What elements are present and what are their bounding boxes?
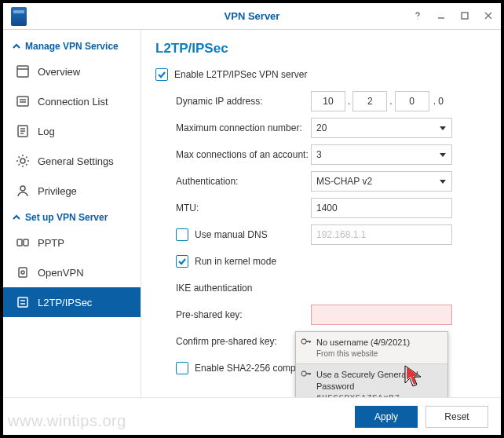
svg-rect-2 [462, 13, 468, 19]
svg-rect-5 [17, 66, 28, 77]
svg-marker-25 [440, 180, 446, 184]
autofill-item-sub: From this website [316, 349, 441, 360]
enable-checkbox[interactable] [155, 68, 168, 81]
autofill-saved-login[interactable]: No username (4/9/2021) From this website [296, 332, 447, 363]
password-autofill-popup: No username (4/9/2021) From this website… [295, 331, 448, 397]
autofill-item-title: No username (4/9/2021) [316, 337, 441, 349]
svg-rect-18 [19, 268, 27, 277]
l2tp-icon [16, 295, 30, 309]
dynamic-ip-octet3[interactable] [395, 91, 429, 111]
connection-list-icon [16, 94, 30, 108]
key-icon [301, 369, 312, 377]
manual-dns-label: Use manual DNS [195, 229, 311, 240]
max-acc-select[interactable]: 3 [311, 144, 452, 165]
page-title: L2TP/IPSec [155, 41, 485, 57]
mtu-input[interactable] [311, 198, 452, 218]
sidebar-item-label: OpenVPN [38, 267, 84, 279]
svg-point-19 [21, 271, 24, 274]
max-acc-value: 3 [316, 149, 322, 160]
auth-select[interactable]: MS-CHAP v2 [311, 171, 452, 192]
mtu-label: MTU: [176, 203, 311, 214]
titlebar: VPN Server [3, 3, 501, 30]
enable-label: Enable L2TP/IPSec VPN server [174, 69, 307, 80]
chevron-up-icon [13, 214, 20, 221]
sidebar-group-setup[interactable]: Set up VPN Server [3, 206, 141, 228]
openvpn-icon [16, 265, 30, 279]
sidebar: Manage VPN Service Overview Connection L… [3, 30, 141, 397]
reset-button[interactable]: Reset [425, 406, 488, 428]
svg-rect-16 [17, 239, 22, 246]
sidebar-item-label: Overview [38, 66, 80, 78]
minimize-button[interactable] [433, 8, 449, 24]
footer: Apply Reset [3, 397, 501, 435]
manual-dns-checkbox[interactable] [176, 228, 188, 241]
manual-dns-input [311, 224, 452, 245]
autofill-item-title: Use a Securely Generated Password [316, 369, 441, 392]
log-icon [16, 124, 30, 138]
svg-rect-17 [24, 239, 28, 246]
svg-rect-31 [309, 373, 310, 375]
chevron-down-icon [439, 177, 447, 185]
apply-button[interactable]: Apply [355, 406, 418, 428]
kernel-mode-label: Run in kernel mode [195, 256, 276, 267]
main-content: L2TP/IPSec Enable L2TP/IPSec VPN server … [141, 30, 501, 397]
sidebar-item-l2tp-ipsec[interactable]: L2TP/IPSec [3, 287, 141, 317]
svg-rect-20 [18, 297, 27, 307]
gear-icon [16, 154, 30, 168]
sha-checkbox[interactable] [176, 362, 188, 374]
svg-point-0 [417, 18, 418, 19]
chevron-down-icon [439, 124, 447, 132]
kernel-mode-checkbox[interactable] [176, 255, 188, 268]
dynamic-ip-octet2[interactable] [352, 91, 387, 111]
chevron-down-icon [439, 151, 447, 159]
user-icon [16, 184, 30, 198]
psk-confirm-label: Confirm pre-shared key: [176, 336, 311, 347]
sidebar-item-log[interactable]: Log [3, 116, 141, 146]
max-conn-select[interactable]: 20 [311, 118, 452, 138]
sidebar-item-label: General Settings [38, 155, 114, 167]
psk-label: Pre-shared key: [176, 309, 311, 320]
help-button[interactable] [410, 8, 425, 24]
sidebar-item-label: Connection List [38, 96, 108, 108]
chevron-up-icon [13, 42, 20, 50]
auth-value: MS-CHAP v2 [316, 176, 372, 187]
sidebar-item-label: Privilege [38, 185, 77, 197]
dynamic-ip-octet4-static: . 0 [429, 96, 446, 107]
svg-point-26 [301, 339, 306, 344]
max-conn-label: Maximum connection number: [176, 122, 311, 133]
ike-label: IKE authentication [176, 283, 252, 294]
auth-label: Authentication: [176, 176, 311, 187]
dynamic-ip-octet1[interactable] [311, 91, 345, 111]
svg-marker-23 [440, 126, 446, 130]
max-acc-label: Max connections of an account: [176, 149, 311, 160]
autofill-generate-password[interactable]: Use a Securely Generated Password 6HFSGP… [296, 364, 447, 397]
svg-marker-24 [440, 153, 446, 157]
sha-label: Enable SHA2-256 compatib [195, 363, 311, 374]
sidebar-item-connection-list[interactable]: Connection List [3, 86, 141, 116]
svg-rect-7 [17, 97, 28, 106]
key-icon [301, 337, 312, 345]
dynamic-ip-label: Dynamic IP address: [176, 96, 311, 107]
pptp-icon [16, 235, 30, 250]
close-button[interactable] [480, 8, 496, 24]
sidebar-item-overview[interactable]: Overview [3, 57, 141, 86]
svg-point-15 [20, 186, 25, 191]
sidebar-item-privilege[interactable]: Privilege [3, 176, 141, 206]
sidebar-item-general-settings[interactable]: General Settings [3, 146, 141, 176]
sidebar-item-openvpn[interactable]: OpenVPN [3, 257, 141, 287]
maximize-button[interactable] [457, 8, 473, 24]
autofill-generated-password: 6HFSGPXEAZSAxB7 [316, 392, 441, 397]
sidebar-item-label: L2TP/IPSec [38, 297, 92, 308]
sidebar-group-label: Manage VPN Service [25, 41, 119, 52]
psk-input[interactable] [311, 305, 452, 325]
svg-point-29 [301, 371, 306, 376]
max-conn-value: 20 [316, 122, 327, 133]
sidebar-item-pptp[interactable]: PPTP [3, 228, 141, 257]
overview-icon [16, 64, 30, 78]
app-icon [11, 7, 27, 26]
sidebar-item-label: PPTP [38, 237, 64, 249]
sidebar-item-label: Log [38, 126, 55, 137]
svg-rect-28 [309, 341, 310, 343]
sidebar-group-manage[interactable]: Manage VPN Service [3, 35, 141, 57]
sidebar-group-label: Set up VPN Server [25, 212, 108, 223]
